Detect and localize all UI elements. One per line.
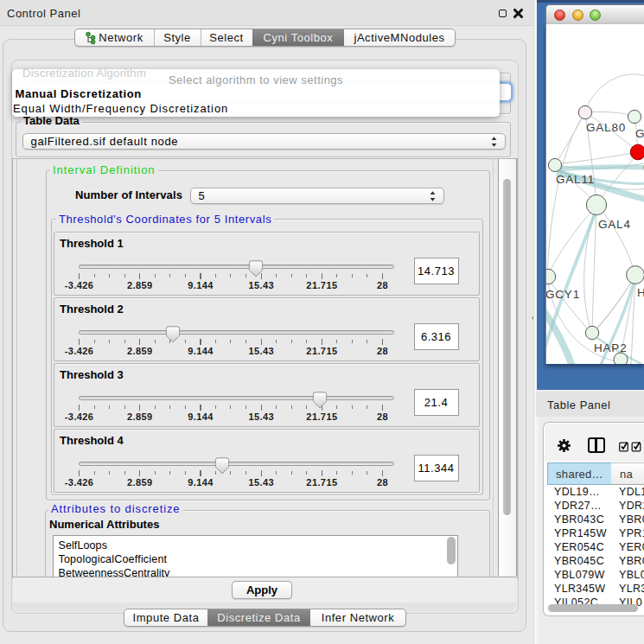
svg-text:GCY1: GCY1 — [546, 288, 580, 301]
svg-text:HAP2: HAP2 — [594, 341, 627, 354]
svg-text:GAL80: GAL80 — [586, 121, 626, 134]
svg-text:GA: GA — [635, 127, 644, 140]
svg-text:GAL4: GAL4 — [598, 218, 631, 231]
svg-text:H: H — [637, 286, 644, 299]
svg-text:GAL11: GAL11 — [556, 173, 595, 186]
